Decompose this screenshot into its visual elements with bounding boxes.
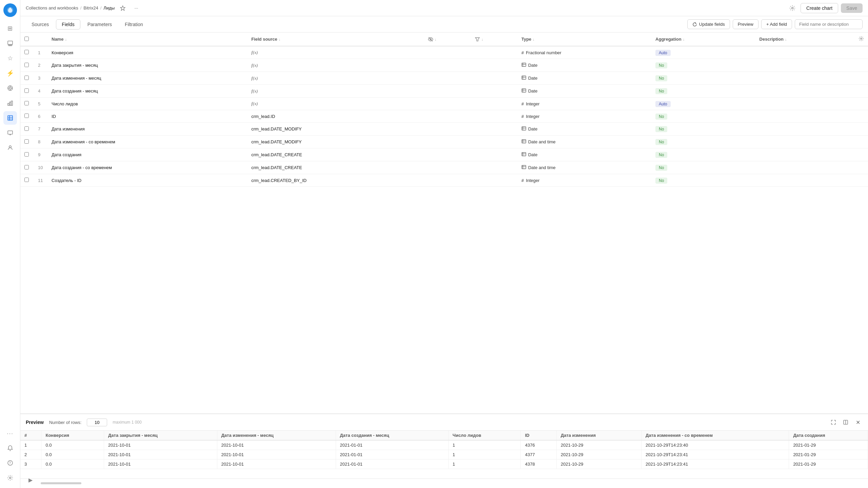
row-name: Дата изменения <box>47 123 247 136</box>
select-all-checkbox[interactable] <box>24 37 29 41</box>
close-preview-icon[interactable]: ✕ <box>853 418 863 427</box>
row-checkbox[interactable] <box>24 88 29 93</box>
more-dots-icon[interactable]: ··· <box>3 426 17 440</box>
row-checkbox[interactable] <box>24 165 29 169</box>
preview-cell: 4377 <box>521 450 556 460</box>
layers-icon[interactable] <box>3 37 17 50</box>
row-checkbox-cell <box>20 136 34 148</box>
row-type: Date and time <box>517 161 651 174</box>
preview-cell: 2021-10-29 <box>556 450 641 460</box>
expand-icon[interactable] <box>829 418 838 427</box>
row-checkbox[interactable] <box>24 63 29 67</box>
preview-button[interactable]: Preview <box>733 19 758 29</box>
row-checkbox[interactable] <box>24 114 29 118</box>
row-settings <box>854 98 868 110</box>
th-field-source[interactable]: Field source ↓ <box>247 33 424 46</box>
favorite-icon[interactable] <box>117 3 128 14</box>
play-button[interactable]: ▶ <box>26 475 35 485</box>
row-number: 5 <box>34 98 47 110</box>
row-filter <box>471 110 517 123</box>
th-table-settings[interactable] <box>854 33 868 46</box>
row-hidden <box>424 148 471 161</box>
row-settings <box>854 46 868 59</box>
row-field-source: crm_lead.DATE_MODIFY <box>247 123 424 136</box>
row-field-source: f(x) <box>247 72 424 85</box>
svg-point-25 <box>792 7 793 9</box>
svg-rect-17 <box>8 131 13 134</box>
row-aggregation: Auto <box>651 98 755 110</box>
row-hidden <box>424 98 471 110</box>
th-hidden[interactable]: ↓ <box>424 33 471 46</box>
aggregation-badge: No <box>655 114 667 120</box>
preview-title: Preview <box>26 420 44 425</box>
row-name: Дата изменения - месяц <box>47 72 247 85</box>
breadcrumb-collections[interactable]: Collections and workbooks <box>26 5 78 11</box>
table-row: 10 Дата создания - со временем crm_lead.… <box>20 161 868 174</box>
scrollbar-indicator[interactable] <box>41 482 81 484</box>
preview-rows-label: Number of rows: <box>49 420 81 425</box>
preview-rows-input[interactable] <box>87 419 107 426</box>
aggregation-badge: Auto <box>655 101 671 107</box>
row-checkbox[interactable] <box>24 76 29 80</box>
tab-filtration[interactable]: Filtration <box>119 19 149 29</box>
th-aggregation[interactable]: Aggregation ↓ <box>651 33 755 46</box>
row-settings <box>854 148 868 161</box>
formula-icon: f(x) <box>251 76 258 81</box>
row-field-source: f(x) <box>247 59 424 72</box>
row-filter <box>471 136 517 148</box>
preview-cell: 2021-10-29 <box>556 460 641 469</box>
user-icon[interactable] <box>3 141 17 155</box>
create-chart-button[interactable]: Create chart <box>801 3 838 13</box>
row-checkbox-cell <box>20 123 34 136</box>
type-icon <box>521 88 526 94</box>
row-checkbox[interactable] <box>24 101 29 105</box>
split-icon[interactable] <box>841 418 850 427</box>
tab-sources[interactable]: Sources <box>26 19 55 29</box>
tab-fields[interactable]: Fields <box>56 19 80 29</box>
add-field-button[interactable]: + Add field <box>761 19 792 29</box>
th-name[interactable]: Name ↓ <box>47 33 247 46</box>
breadcrumb-bitrix24[interactable]: Bitrix24 <box>83 5 98 11</box>
topbar-settings-icon[interactable] <box>787 3 798 14</box>
row-settings <box>854 59 868 72</box>
link-icon[interactable] <box>3 81 17 95</box>
row-checkbox[interactable] <box>24 152 29 157</box>
settings-gear-icon[interactable] <box>3 471 17 485</box>
save-button[interactable]: Save <box>841 3 863 13</box>
help-icon[interactable]: ? <box>3 456 17 470</box>
th-filter[interactable]: ↓ <box>471 33 517 46</box>
row-checkbox[interactable] <box>24 178 29 182</box>
tab-parameters[interactable]: Parameters <box>82 19 118 29</box>
row-hidden <box>424 161 471 174</box>
monitor-icon[interactable] <box>3 126 17 140</box>
table-row: 3 Дата изменения - месяц f(x) Date No <box>20 72 868 85</box>
th-type[interactable]: Type ↓ <box>517 33 651 46</box>
row-checkbox[interactable] <box>24 139 29 144</box>
svg-point-5 <box>9 87 11 89</box>
aggregation-badge: No <box>655 62 667 68</box>
row-checkbox[interactable] <box>24 126 29 131</box>
bar-chart-icon[interactable] <box>3 96 17 110</box>
search-input[interactable] <box>795 19 863 29</box>
grid-icon[interactable]: ⊞ <box>3 22 17 35</box>
th-description[interactable]: Description ↓ <box>755 33 854 46</box>
bookmark-icon[interactable]: ☆ <box>3 52 17 65</box>
row-type: Date <box>517 148 651 161</box>
bell-icon[interactable] <box>3 441 17 455</box>
row-type: # Integer <box>517 98 651 110</box>
preview-cell: 2021-01-01 <box>336 450 448 460</box>
row-hidden <box>424 59 471 72</box>
lightning-icon[interactable]: ⚡ <box>3 66 17 80</box>
row-checkbox-cell <box>20 148 34 161</box>
row-checkbox[interactable] <box>24 50 29 54</box>
preview-cell: 0.0 <box>41 460 104 469</box>
app-logo[interactable] <box>3 3 17 17</box>
aggregation-badge: No <box>655 165 667 171</box>
row-description <box>755 110 854 123</box>
row-name: Дата создания - со временем <box>47 161 247 174</box>
table-icon[interactable] <box>3 111 17 125</box>
update-fields-button[interactable]: Update fields <box>687 19 730 29</box>
more-options-icon[interactable]: ··· <box>131 3 142 14</box>
aggregation-badge: No <box>655 152 667 158</box>
type-icon: # <box>521 178 524 183</box>
